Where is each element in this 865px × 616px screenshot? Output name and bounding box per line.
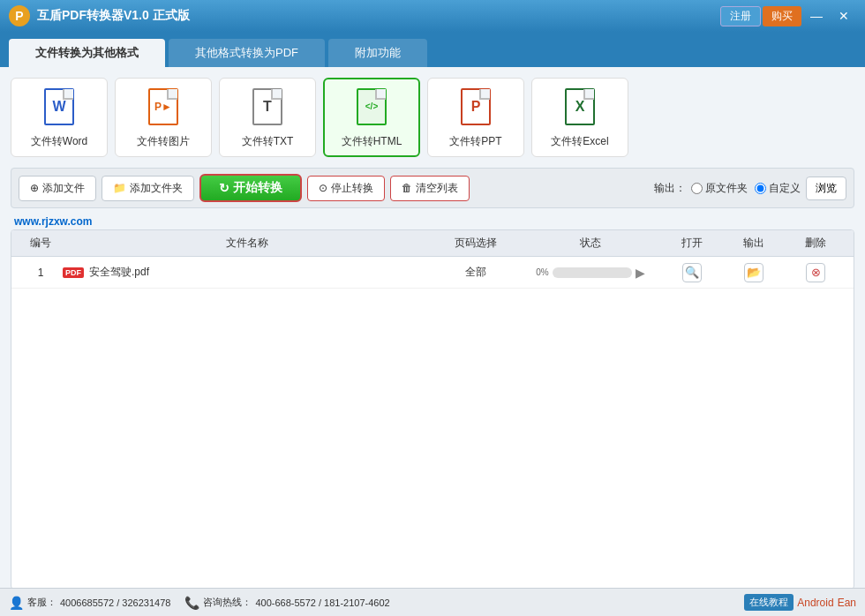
format-image[interactable]: P► 文件转图片 — [115, 78, 212, 157]
register-button[interactable]: 注册 — [720, 6, 761, 26]
main-content: W 文件转Word P► 文件转图片 T 文件转TXT </> 文件转HTML … — [0, 67, 865, 600]
ppt-icon: P — [458, 86, 493, 127]
row-output: 📂 — [723, 263, 785, 282]
col-page: 页码选择 — [432, 236, 520, 251]
html-icon: </> — [354, 86, 389, 127]
tab-bar: 文件转换为其他格式 其他格式转换为PDF 附加功能 — [0, 32, 865, 67]
table-header: 编号 文件名称 页码选择 状态 打开 输出 删除 — [11, 230, 854, 257]
add-folder-button[interactable]: 📁 添加文件夹 — [102, 176, 194, 201]
progress-bar — [553, 267, 632, 278]
col-status: 状态 — [520, 236, 661, 251]
play-icon[interactable]: ▶ — [636, 266, 645, 280]
watermark-text: www.rjzxw.com — [11, 215, 854, 228]
app-title: 互盾PDF转换器V1.0 正式版 — [37, 8, 720, 24]
add-file-button[interactable]: ⊕ 添加文件 — [19, 176, 96, 201]
file-table: 编号 文件名称 页码选择 状态 打开 输出 删除 1 PDF 安全驾驶.pdf … — [11, 229, 854, 590]
hotline-icon: 📞 — [184, 596, 199, 610]
row-status: 0% ▶ — [520, 266, 661, 280]
delete-icon[interactable]: ⊗ — [806, 263, 825, 282]
trash-icon: 🗑 — [402, 182, 412, 194]
ean-text: Ean — [838, 597, 856, 609]
hotline-phone: 400-668-5572 / 181-2107-4602 — [255, 597, 389, 608]
format-row: W 文件转Word P► 文件转图片 T 文件转TXT </> 文件转HTML … — [11, 78, 854, 157]
filename-text: 安全驾驶.pdf — [89, 265, 149, 280]
radio-original[interactable]: 原文件夹 — [691, 181, 748, 196]
browse-button[interactable]: 浏览 — [806, 177, 846, 200]
stop-convert-button[interactable]: ⊙ 停止转换 — [307, 176, 385, 201]
format-ppt[interactable]: P 文件转PPT — [427, 78, 524, 157]
format-word[interactable]: W 文件转Word — [11, 78, 108, 157]
service-phone: 4006685572 / 326231478 — [60, 597, 170, 608]
col-filename: 文件名称 — [63, 236, 432, 251]
col-open: 打开 — [661, 236, 723, 251]
clear-list-button[interactable]: 🗑 清空列表 — [390, 176, 470, 201]
folder-import-icon: 📁 — [113, 182, 126, 194]
tab-addon[interactable]: 附加功能 — [328, 39, 427, 67]
tab-file-to-other[interactable]: 文件转换为其他格式 — [9, 39, 165, 67]
hotline-info: 📞 咨询热线： 400-668-5572 / 181-2107-4602 — [184, 596, 389, 610]
radio-custom[interactable]: 自定义 — [755, 181, 801, 196]
app-logo: P — [9, 5, 30, 26]
output-label: 输出： — [654, 181, 686, 196]
app-label: Android — [797, 597, 833, 609]
format-excel[interactable]: X 文件转Excel — [531, 78, 628, 157]
stop-icon: ⊙ — [319, 182, 327, 194]
titlebar: P 互盾PDF转换器V1.0 正式版 注册 购买 — ✕ — [0, 0, 865, 32]
plus-icon: ⊕ — [30, 182, 39, 194]
pdf-badge: PDF — [63, 267, 84, 278]
window-controls: 注册 购买 — ✕ — [720, 6, 856, 26]
excel-icon: X — [562, 86, 598, 127]
row-page-select: 全部 — [432, 265, 520, 280]
col-no: 编号 — [19, 236, 63, 251]
format-txt[interactable]: T 文件转TXT — [219, 78, 316, 157]
close-button[interactable]: ✕ — [831, 6, 856, 26]
table-row: 1 PDF 安全驾驶.pdf 全部 0% ▶ 🔍 📂 ⊗ — [11, 257, 854, 289]
tab-other-to-pdf[interactable]: 其他格式转换为PDF — [169, 39, 325, 67]
minimize-button[interactable]: — — [803, 6, 830, 26]
col-output: 输出 — [723, 236, 785, 251]
refresh-icon: ↻ — [219, 181, 229, 195]
row-delete: ⊗ — [785, 263, 846, 282]
service-info: 👤 客服： 4006685572 / 326231478 — [9, 596, 170, 610]
service-label: 客服： — [27, 596, 56, 609]
row-open: 🔍 — [661, 263, 723, 282]
image-icon: P► — [146, 86, 181, 127]
service-icon: 👤 — [9, 596, 24, 610]
progress-text: 0% — [536, 267, 548, 277]
word-icon: W — [41, 86, 77, 127]
row-filename: PDF 安全驾驶.pdf — [63, 265, 432, 280]
open-file-icon[interactable]: 🔍 — [682, 263, 702, 282]
col-delete: 删除 — [785, 236, 846, 251]
empty-area — [11, 289, 854, 589]
start-convert-button[interactable]: ↻ 开始转换 — [199, 174, 302, 202]
buy-button[interactable]: 购买 — [763, 6, 801, 26]
statusbar: 👤 客服： 4006685572 / 326231478 📞 咨询热线： 400… — [0, 588, 865, 616]
online-section: 在线教程 Android Ean — [744, 594, 856, 611]
hotline-label: 咨询热线： — [203, 596, 252, 609]
txt-icon: T — [250, 86, 285, 127]
format-html[interactable]: </> 文件转HTML — [323, 78, 420, 157]
output-options: 输出： 原文件夹 自定义 浏览 — [654, 177, 846, 200]
open-folder-icon[interactable]: 📂 — [744, 263, 763, 282]
toolbar: ⊕ 添加文件 📁 添加文件夹 ↻ 开始转换 ⊙ 停止转换 🗑 清空列表 输出： … — [11, 168, 854, 208]
online-label[interactable]: 在线教程 — [744, 594, 794, 611]
output-radio-group: 原文件夹 自定义 — [691, 181, 801, 196]
row-no: 1 — [19, 267, 63, 279]
